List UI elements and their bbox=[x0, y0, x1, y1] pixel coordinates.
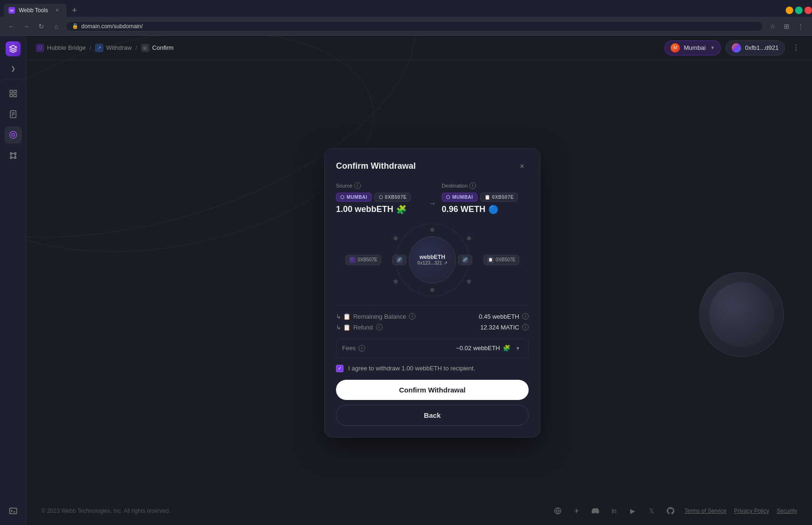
confirm-withdrawal-btn[interactable]: Confirm Withdrawal bbox=[336, 380, 529, 400]
remaining-balance-info2[interactable]: i bbox=[522, 313, 529, 320]
dest-address-tag: 📋 0XB507E bbox=[480, 193, 518, 202]
browser-tabs: W Webb Tools × + − □ × bbox=[0, 0, 812, 17]
agree-checkbox[interactable]: ✓ bbox=[336, 365, 344, 372]
sidebar-item-grid[interactable] bbox=[5, 85, 22, 102]
source-chain-icon: ⬡ bbox=[340, 195, 345, 200]
dest-address: 0XB507E bbox=[492, 195, 514, 200]
bookmark-btn[interactable]: ☆ bbox=[767, 21, 778, 32]
source-chain-tag: ⬡ MUMBAI bbox=[336, 193, 372, 202]
address-bar[interactable]: 🔒 domain.com/subdomain/ bbox=[66, 21, 763, 31]
breadcrumb-item-hubble[interactable]: ⬡ Hubble Bridge bbox=[36, 44, 86, 52]
settings-btn[interactable]: ⋮ bbox=[795, 21, 806, 32]
source-address-icon: ⬡ bbox=[379, 195, 383, 200]
dest-info-icon[interactable]: i bbox=[469, 182, 476, 189]
external-link-icon[interactable]: ↗ bbox=[444, 260, 447, 266]
viz-token-address: 0x123...321 ↗ bbox=[417, 260, 447, 266]
src-dest-section: Source i ⬡ MUMBAI ⬡ 0XB507E bbox=[336, 182, 529, 215]
token-viz: 🛡 0XB507E webbETH 0x123...321 ↗ 📋 bbox=[336, 222, 529, 298]
modal-header: Confirm Withdrawal × bbox=[336, 160, 529, 173]
remaining-balance-text: Remaining Balance bbox=[353, 313, 406, 320]
viz-dot-tl bbox=[394, 236, 398, 240]
confirm-withdrawal-modal: Confirm Withdrawal × Source i ⬡ MUMBA bbox=[324, 148, 540, 438]
destination-amount: 0.96 WETH 🔵 bbox=[442, 204, 529, 215]
window-close[interactable]: × bbox=[804, 7, 812, 14]
destination-section: Destination i ⬡ MUMBAI 📋 0XB507E bbox=[442, 182, 529, 215]
dest-token-icon: 🔵 bbox=[488, 204, 499, 215]
refund-row: ↳ 📋 Refund i 12.324 MATIC i bbox=[336, 322, 529, 333]
viz-dot-br bbox=[467, 280, 471, 283]
refund-value: 12.324 MATIC i bbox=[480, 324, 529, 331]
breadcrumb-sep-2: / bbox=[135, 44, 137, 51]
window-maximize[interactable]: □ bbox=[795, 7, 803, 14]
url-text: domain.com/subdomain/ bbox=[81, 23, 143, 30]
wallet-button[interactable]: 0xfb1...d921 bbox=[726, 40, 785, 55]
viz-token-name: webbETH bbox=[420, 254, 445, 260]
chevron-down-icon: ▼ bbox=[710, 45, 715, 50]
svg-rect-14 bbox=[9, 508, 16, 514]
remaining-balance-info[interactable]: i bbox=[409, 313, 415, 320]
source-chain-label: MUMBAI bbox=[347, 195, 367, 200]
window-minimize[interactable]: − bbox=[786, 7, 793, 14]
sidebar-toggle[interactable]: ❯ bbox=[8, 64, 18, 73]
viz-link-right-icon: 🔗 bbox=[462, 257, 468, 263]
breadcrumb: ⬡ Hubble Bridge / ↗ Withdraw / ◎ Confirm bbox=[36, 44, 664, 52]
viz-right-node: 📋 0XB507E bbox=[484, 255, 519, 265]
source-chains: ⬡ MUMBAI ⬡ 0XB507E bbox=[336, 193, 423, 202]
withdraw-icon: ↗ bbox=[95, 44, 103, 52]
dest-chain-label: MUMBAI bbox=[453, 195, 473, 200]
sidebar-item-bridge[interactable] bbox=[5, 126, 22, 143]
back-btn[interactable]: ← bbox=[6, 21, 17, 32]
browser-tab[interactable]: W Webb Tools × bbox=[4, 4, 66, 17]
refund-info2[interactable]: i bbox=[522, 324, 529, 330]
wallet-icon bbox=[732, 43, 741, 53]
extensions-btn[interactable]: ⊞ bbox=[781, 21, 792, 32]
fees-value-section: ~0.02 webbETH 🧩 ▾ bbox=[456, 344, 523, 353]
breadcrumb-item-confirm[interactable]: ◎ Confirm bbox=[141, 44, 174, 52]
tab-close-btn[interactable]: × bbox=[55, 7, 59, 14]
sidebar-item-terminal[interactable] bbox=[5, 502, 22, 519]
fees-token-icon: 🧩 bbox=[503, 345, 510, 352]
sidebar-item-puzzle[interactable] bbox=[5, 147, 22, 164]
nav-actions: M Mumbai ▼ 0xfb1...d921 ⋮ bbox=[664, 40, 803, 55]
home-btn[interactable]: ⌂ bbox=[51, 21, 62, 32]
source-token-icon: 🧩 bbox=[396, 204, 406, 215]
sidebar-item-doc[interactable] bbox=[5, 106, 22, 123]
breadcrumb-confirm-label: Confirm bbox=[152, 44, 174, 51]
modal-title: Confirm Withdrawal bbox=[336, 161, 416, 171]
sidebar-logo bbox=[6, 41, 21, 56]
refund-text: Refund bbox=[353, 324, 373, 331]
fees-amount: ~0.02 webbETH bbox=[456, 345, 500, 352]
svg-rect-3 bbox=[14, 94, 16, 97]
viz-dot-bottom bbox=[430, 288, 434, 292]
dest-amount-value: 0.96 WETH bbox=[442, 204, 485, 214]
tab-favicon: W bbox=[8, 7, 15, 14]
back-btn[interactable]: Back bbox=[336, 405, 529, 426]
tab-title: Webb Tools bbox=[19, 7, 48, 14]
source-address-tag: ⬡ 0XB507E bbox=[375, 193, 411, 202]
fees-info-icon[interactable]: i bbox=[359, 345, 365, 352]
breadcrumb-item-withdraw[interactable]: ↗ Withdraw bbox=[95, 44, 132, 52]
viz-link-left-icon: 🔗 bbox=[396, 257, 403, 263]
source-label: Source i bbox=[336, 182, 423, 189]
source-amount-value: 1.00 webbETH bbox=[336, 204, 393, 214]
more-menu-btn[interactable]: ⋮ bbox=[789, 41, 803, 55]
viz-left-shield-icon: 🛡 bbox=[349, 257, 356, 263]
dest-chain-tag: ⬡ MUMBAI bbox=[442, 193, 477, 202]
network-button[interactable]: M Mumbai ▼ bbox=[664, 40, 721, 55]
network-label: Mumbai bbox=[684, 44, 705, 51]
forward-btn[interactable]: → bbox=[21, 21, 32, 32]
viz-left-node: 🛡 0XB507E bbox=[345, 255, 381, 265]
viz-link-left: 🔗 bbox=[392, 255, 406, 265]
breadcrumb-sep-1: / bbox=[89, 44, 91, 51]
refund-info[interactable]: i bbox=[376, 324, 383, 330]
new-tab-btn[interactable]: + bbox=[68, 6, 81, 16]
viz-dot-bl bbox=[394, 280, 398, 283]
info-section: ↳ 📋 Remaining Balance i 0.45 webbETH i ↳… bbox=[336, 305, 529, 333]
svg-rect-1 bbox=[14, 90, 16, 93]
viz-center-node: webbETH 0x123...321 ↗ bbox=[409, 236, 456, 283]
fees-dropdown-btn[interactable]: ▾ bbox=[513, 344, 523, 353]
refresh-btn[interactable]: ↻ bbox=[36, 21, 47, 32]
fees-row: Fees i ~0.02 webbETH 🧩 ▾ bbox=[336, 338, 529, 358]
modal-close-btn[interactable]: × bbox=[515, 160, 529, 173]
source-info-icon[interactable]: i bbox=[354, 182, 361, 189]
